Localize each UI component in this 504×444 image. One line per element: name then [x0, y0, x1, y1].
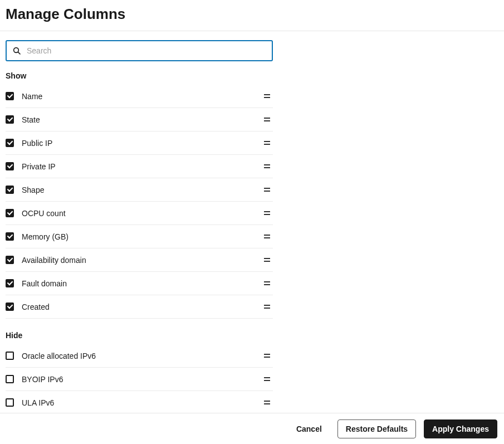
- column-label: Private IP: [22, 162, 263, 171]
- column-label: Memory (GB): [22, 232, 263, 241]
- column-checkbox[interactable]: [6, 398, 14, 407]
- dialog-header: Manage Columns: [0, 0, 504, 31]
- drag-handle-icon[interactable]: [263, 280, 271, 287]
- drag-handle-icon[interactable]: [263, 352, 271, 360]
- column-label: Public IP: [22, 139, 263, 148]
- column-label: Oracle allocated IPv6: [22, 352, 263, 360]
- drag-handle-icon[interactable]: [263, 139, 271, 147]
- column-item: Memory (GB): [6, 225, 273, 248]
- column-checkbox[interactable]: [6, 375, 14, 383]
- drag-handle-icon[interactable]: [263, 209, 271, 217]
- hide-column-list: Oracle allocated IPv6BYOIP IPv6ULA IPv6: [6, 344, 273, 414]
- column-item: Fault domain: [6, 272, 273, 295]
- drag-handle-icon[interactable]: [263, 116, 271, 124]
- column-label: OCPU count: [22, 209, 263, 218]
- content-area: Show NameStatePublic IPPrivate IPShapeOC…: [0, 31, 278, 414]
- column-item: Availability domain: [6, 248, 273, 272]
- column-label: State: [22, 115, 263, 124]
- column-checkbox[interactable]: [6, 279, 14, 287]
- search-input[interactable]: [27, 46, 266, 55]
- show-section-label: Show: [6, 71, 273, 80]
- drag-handle-icon[interactable]: [263, 256, 271, 264]
- column-checkbox[interactable]: [6, 115, 14, 124]
- column-label: Fault domain: [22, 279, 263, 288]
- column-item: Name: [6, 85, 273, 108]
- column-label: Created: [22, 302, 263, 311]
- drag-handle-icon[interactable]: [263, 186, 271, 194]
- search-field-wrapper: [6, 40, 273, 61]
- column-checkbox[interactable]: [6, 186, 14, 194]
- column-checkbox[interactable]: [6, 209, 14, 217]
- column-label: Availability domain: [22, 256, 263, 265]
- show-column-list: NameStatePublic IPPrivate IPShapeOCPU co…: [6, 85, 273, 319]
- column-item: BYOIP IPv6: [6, 368, 273, 391]
- cancel-button[interactable]: Cancel: [288, 420, 330, 438]
- column-item: Shape: [6, 178, 273, 202]
- column-label: Name: [22, 92, 263, 101]
- column-checkbox[interactable]: [6, 232, 14, 241]
- drag-handle-icon[interactable]: [263, 233, 271, 241]
- column-label: Shape: [22, 186, 263, 194]
- column-item: ULA IPv6: [6, 391, 273, 414]
- drag-handle-icon[interactable]: [263, 303, 271, 311]
- column-label: ULA IPv6: [22, 398, 263, 407]
- dialog-footer: Cancel Restore Defaults Apply Changes: [0, 413, 504, 444]
- column-item: Public IP: [6, 131, 273, 155]
- hide-section-label: Hide: [6, 331, 273, 340]
- column-checkbox[interactable]: [6, 139, 14, 147]
- restore-defaults-button[interactable]: Restore Defaults: [337, 419, 416, 438]
- apply-changes-button[interactable]: Apply Changes: [424, 419, 497, 438]
- drag-handle-icon[interactable]: [263, 375, 271, 383]
- column-checkbox[interactable]: [6, 352, 14, 360]
- search-icon: [12, 46, 21, 55]
- column-checkbox[interactable]: [6, 256, 14, 264]
- column-checkbox[interactable]: [6, 92, 14, 100]
- drag-handle-icon[interactable]: [263, 92, 271, 100]
- column-item: Private IP: [6, 155, 273, 178]
- drag-handle-icon[interactable]: [263, 163, 271, 170]
- column-item: OCPU count: [6, 202, 273, 225]
- page-title: Manage Columns: [6, 6, 498, 23]
- column-item: Created: [6, 295, 273, 319]
- drag-handle-icon[interactable]: [263, 399, 271, 407]
- svg-line-1: [18, 52, 20, 54]
- column-checkbox[interactable]: [6, 302, 14, 311]
- column-checkbox[interactable]: [6, 162, 14, 170]
- column-item: State: [6, 108, 273, 131]
- column-label: BYOIP IPv6: [22, 375, 263, 384]
- column-item: Oracle allocated IPv6: [6, 344, 273, 368]
